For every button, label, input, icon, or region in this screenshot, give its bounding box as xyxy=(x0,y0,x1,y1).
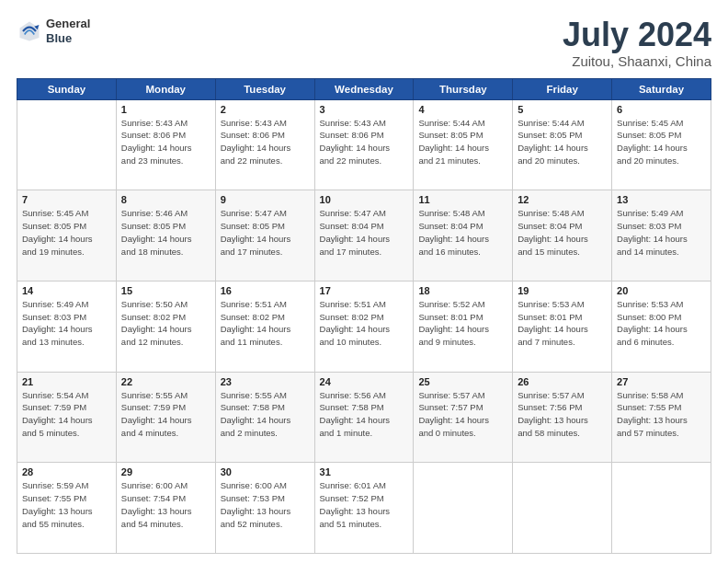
cell-info: Sunrise: 5:43 AM Sunset: 8:06 PM Dayligh… xyxy=(221,117,310,167)
calendar-cell: 23Sunrise: 5:55 AM Sunset: 7:58 PM Dayli… xyxy=(215,372,314,463)
calendar-cell: 14Sunrise: 5:49 AM Sunset: 8:03 PM Dayli… xyxy=(17,281,117,372)
cell-info: Sunrise: 5:45 AM Sunset: 8:05 PM Dayligh… xyxy=(22,207,111,258)
calendar-cell: 17Sunrise: 5:51 AM Sunset: 8:02 PM Dayli… xyxy=(314,281,414,372)
cell-info: Sunrise: 5:57 AM Sunset: 7:57 PM Dayligh… xyxy=(418,389,507,440)
day-number: 17 xyxy=(320,285,409,296)
calendar-cell: 2Sunrise: 5:43 AM Sunset: 8:06 PM Daylig… xyxy=(215,99,314,190)
calendar-cell: 7Sunrise: 5:45 AM Sunset: 8:05 PM Daylig… xyxy=(17,190,117,282)
cell-info: Sunrise: 5:47 AM Sunset: 8:05 PM Dayligh… xyxy=(221,207,310,258)
day-number: 18 xyxy=(418,285,507,296)
subtitle: Zuitou, Shaanxi, China xyxy=(563,53,711,69)
calendar-cell: 30Sunrise: 6:00 AM Sunset: 7:53 PM Dayli… xyxy=(215,463,314,554)
day-number: 30 xyxy=(221,466,310,477)
day-number: 1 xyxy=(121,104,210,115)
day-number: 29 xyxy=(121,466,210,477)
calendar-cell: 5Sunrise: 5:44 AM Sunset: 8:05 PM Daylig… xyxy=(513,99,612,190)
calendar-cell xyxy=(612,463,711,554)
cell-info: Sunrise: 5:59 AM Sunset: 7:55 PM Dayligh… xyxy=(22,479,111,530)
calendar-cell: 25Sunrise: 5:57 AM Sunset: 7:57 PM Dayli… xyxy=(414,372,513,463)
calendar-cell: 29Sunrise: 6:00 AM Sunset: 7:54 PM Dayli… xyxy=(116,463,215,554)
weekday-header-saturday: Saturday xyxy=(612,78,711,99)
logo-line2: Blue xyxy=(46,31,90,46)
cell-info: Sunrise: 5:49 AM Sunset: 8:03 PM Dayligh… xyxy=(22,298,111,349)
day-number: 2 xyxy=(221,104,310,115)
cell-info: Sunrise: 5:43 AM Sunset: 8:06 PM Dayligh… xyxy=(320,117,409,167)
day-number: 13 xyxy=(617,194,706,205)
cell-info: Sunrise: 5:48 AM Sunset: 8:04 PM Dayligh… xyxy=(518,207,607,258)
calendar-cell: 12Sunrise: 5:48 AM Sunset: 8:04 PM Dayli… xyxy=(513,190,612,282)
day-number: 22 xyxy=(121,376,210,387)
calendar-cell: 20Sunrise: 5:53 AM Sunset: 8:00 PM Dayli… xyxy=(612,281,711,372)
cell-info: Sunrise: 5:53 AM Sunset: 8:01 PM Dayligh… xyxy=(518,298,607,349)
calendar-week-row: 21Sunrise: 5:54 AM Sunset: 7:59 PM Dayli… xyxy=(17,372,711,463)
weekday-header-monday: Monday xyxy=(116,78,215,99)
calendar-week-row: 28Sunrise: 5:59 AM Sunset: 7:55 PM Dayli… xyxy=(17,463,711,554)
logo-icon xyxy=(17,18,42,44)
calendar-cell: 22Sunrise: 5:55 AM Sunset: 7:59 PM Dayli… xyxy=(116,372,215,463)
day-number: 5 xyxy=(518,104,607,115)
day-number: 12 xyxy=(518,194,607,205)
day-number: 21 xyxy=(22,376,111,387)
calendar-cell: 6Sunrise: 5:45 AM Sunset: 8:05 PM Daylig… xyxy=(612,99,711,190)
calendar-cell: 4Sunrise: 5:44 AM Sunset: 8:05 PM Daylig… xyxy=(414,99,513,190)
day-number: 15 xyxy=(121,285,210,296)
cell-info: Sunrise: 5:55 AM Sunset: 7:58 PM Dayligh… xyxy=(221,389,310,440)
day-number: 28 xyxy=(22,466,111,477)
day-number: 31 xyxy=(320,466,409,477)
cell-info: Sunrise: 5:44 AM Sunset: 8:05 PM Dayligh… xyxy=(418,117,507,167)
weekday-header-friday: Friday xyxy=(513,78,612,99)
day-number: 8 xyxy=(121,194,210,205)
calendar-cell: 18Sunrise: 5:52 AM Sunset: 8:01 PM Dayli… xyxy=(414,281,513,372)
cell-info: Sunrise: 5:47 AM Sunset: 8:04 PM Dayligh… xyxy=(320,207,409,258)
calendar-cell: 27Sunrise: 5:58 AM Sunset: 7:55 PM Dayli… xyxy=(612,372,711,463)
calendar-cell xyxy=(513,463,612,554)
calendar-cell: 15Sunrise: 5:50 AM Sunset: 8:02 PM Dayli… xyxy=(116,281,215,372)
calendar-cell: 28Sunrise: 5:59 AM Sunset: 7:55 PM Dayli… xyxy=(17,463,117,554)
cell-info: Sunrise: 6:00 AM Sunset: 7:54 PM Dayligh… xyxy=(121,479,210,530)
cell-info: Sunrise: 5:53 AM Sunset: 8:00 PM Dayligh… xyxy=(617,298,706,349)
calendar-cell: 21Sunrise: 5:54 AM Sunset: 7:59 PM Dayli… xyxy=(17,372,117,463)
weekday-header-tuesday: Tuesday xyxy=(215,78,314,99)
cell-info: Sunrise: 5:58 AM Sunset: 7:55 PM Dayligh… xyxy=(617,389,706,440)
day-number: 26 xyxy=(518,376,607,387)
cell-info: Sunrise: 5:52 AM Sunset: 8:01 PM Dayligh… xyxy=(418,298,507,349)
day-number: 24 xyxy=(320,376,409,387)
day-number: 23 xyxy=(221,376,310,387)
cell-info: Sunrise: 5:45 AM Sunset: 8:05 PM Dayligh… xyxy=(617,117,706,167)
day-number: 25 xyxy=(418,376,507,387)
calendar-page: General Blue July 2024 Zuitou, Shaanxi, … xyxy=(0,0,728,563)
day-number: 10 xyxy=(320,194,409,205)
calendar-cell xyxy=(414,463,513,554)
logo: General Blue xyxy=(17,17,90,45)
header: General Blue July 2024 Zuitou, Shaanxi, … xyxy=(17,17,711,69)
calendar-table: SundayMondayTuesdayWednesdayThursdayFrid… xyxy=(17,78,711,554)
calendar-week-row: 1Sunrise: 5:43 AM Sunset: 8:06 PM Daylig… xyxy=(17,99,711,190)
cell-info: Sunrise: 5:51 AM Sunset: 8:02 PM Dayligh… xyxy=(221,298,310,349)
cell-info: Sunrise: 5:43 AM Sunset: 8:06 PM Dayligh… xyxy=(121,117,210,167)
day-number: 19 xyxy=(518,285,607,296)
cell-info: Sunrise: 5:46 AM Sunset: 8:05 PM Dayligh… xyxy=(121,207,210,258)
cell-info: Sunrise: 5:49 AM Sunset: 8:03 PM Dayligh… xyxy=(617,207,706,258)
day-number: 16 xyxy=(221,285,310,296)
main-title: July 2024 xyxy=(563,17,711,53)
day-number: 27 xyxy=(617,376,706,387)
weekday-header-thursday: Thursday xyxy=(414,78,513,99)
day-number: 6 xyxy=(617,104,706,115)
day-number: 4 xyxy=(418,104,507,115)
calendar-cell: 19Sunrise: 5:53 AM Sunset: 8:01 PM Dayli… xyxy=(513,281,612,372)
cell-info: Sunrise: 5:56 AM Sunset: 7:58 PM Dayligh… xyxy=(320,389,409,440)
cell-info: Sunrise: 5:44 AM Sunset: 8:05 PM Dayligh… xyxy=(518,117,607,167)
weekday-header-row: SundayMondayTuesdayWednesdayThursdayFrid… xyxy=(17,78,711,99)
cell-info: Sunrise: 6:00 AM Sunset: 7:53 PM Dayligh… xyxy=(221,479,310,530)
title-block: July 2024 Zuitou, Shaanxi, China xyxy=(563,17,711,69)
day-number: 3 xyxy=(320,104,409,115)
day-number: 20 xyxy=(617,285,706,296)
calendar-week-row: 7Sunrise: 5:45 AM Sunset: 8:05 PM Daylig… xyxy=(17,190,711,282)
cell-info: Sunrise: 5:50 AM Sunset: 8:02 PM Dayligh… xyxy=(121,298,210,349)
calendar-cell: 16Sunrise: 5:51 AM Sunset: 8:02 PM Dayli… xyxy=(215,281,314,372)
cell-info: Sunrise: 5:54 AM Sunset: 7:59 PM Dayligh… xyxy=(22,389,111,440)
day-number: 11 xyxy=(418,194,507,205)
calendar-cell: 8Sunrise: 5:46 AM Sunset: 8:05 PM Daylig… xyxy=(116,190,215,282)
calendar-cell: 13Sunrise: 5:49 AM Sunset: 8:03 PM Dayli… xyxy=(612,190,711,282)
cell-info: Sunrise: 5:57 AM Sunset: 7:56 PM Dayligh… xyxy=(518,389,607,440)
